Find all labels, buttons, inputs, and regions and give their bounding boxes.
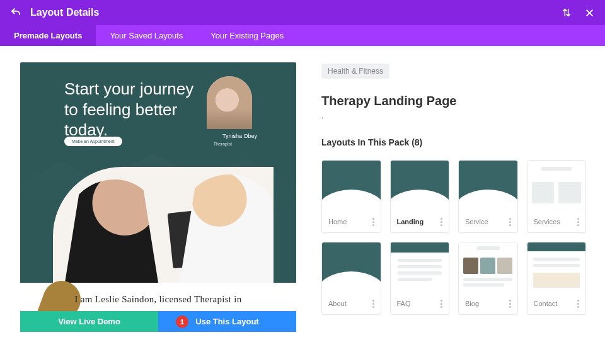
- tab-saved-layouts[interactable]: Your Saved Layouts: [96, 25, 197, 46]
- tab-bar: Premade Layouts Your Saved Layouts Your …: [0, 25, 605, 46]
- kebab-icon[interactable]: [509, 218, 511, 226]
- layout-card-landing[interactable]: Landing: [390, 160, 450, 233]
- layout-card-contact[interactable]: Contact: [527, 242, 587, 315]
- tab-existing-pages[interactable]: Your Existing Pages: [197, 25, 297, 46]
- layouts-grid: Home Landing Service Services Abou: [321, 160, 586, 315]
- layout-card-service[interactable]: Service: [458, 160, 518, 233]
- view-live-demo-button[interactable]: View Live Demo: [20, 311, 158, 332]
- kebab-icon[interactable]: [372, 300, 374, 308]
- avatar-name: Tynisha Obey: [222, 133, 257, 139]
- layout-card-blog[interactable]: Blog: [458, 242, 518, 315]
- header: Layout Details: [0, 0, 605, 25]
- layout-card-services[interactable]: Services: [527, 160, 587, 233]
- use-this-layout-button[interactable]: 1 Use This Layout: [158, 311, 296, 332]
- hero-photo: [53, 167, 274, 287]
- hero-avatar: [207, 76, 252, 129]
- kebab-icon[interactable]: [441, 218, 442, 226]
- layout-card-about[interactable]: About: [321, 242, 381, 315]
- layout-card-faq[interactable]: FAQ: [390, 242, 450, 315]
- back-icon[interactable]: [10, 7, 21, 18]
- kebab-icon[interactable]: [509, 300, 511, 308]
- hero-headline: Start your journey to feeling better tod…: [64, 79, 203, 140]
- category-tag[interactable]: Health & Fitness: [321, 64, 389, 79]
- sort-icon[interactable]: [561, 7, 572, 18]
- kebab-icon[interactable]: [577, 218, 579, 226]
- layout-card-home[interactable]: Home: [321, 160, 381, 233]
- step-badge: 1: [176, 316, 188, 328]
- kebab-icon[interactable]: [372, 218, 374, 226]
- header-title: Layout Details: [30, 7, 550, 18]
- layout-subtitle: .: [321, 112, 586, 120]
- hero-cta-pill: Make an Appointment: [64, 137, 122, 146]
- close-icon[interactable]: [584, 7, 595, 18]
- kebab-icon[interactable]: [577, 300, 579, 308]
- preview-action-bar: View Live Demo 1 Use This Layout: [20, 311, 296, 332]
- pack-header: Layouts In This Pack (8): [321, 137, 586, 147]
- preview-subheadline: I am Leslie Saindon, licensed Therapist …: [20, 294, 296, 305]
- layout-title: Therapy Landing Page: [321, 94, 586, 108]
- tab-premade-layouts[interactable]: Premade Layouts: [0, 25, 96, 46]
- kebab-icon[interactable]: [441, 300, 442, 308]
- avatar-role: Therapist: [214, 142, 232, 146]
- layout-preview: Start your journey to feeling better tod…: [20, 62, 296, 311]
